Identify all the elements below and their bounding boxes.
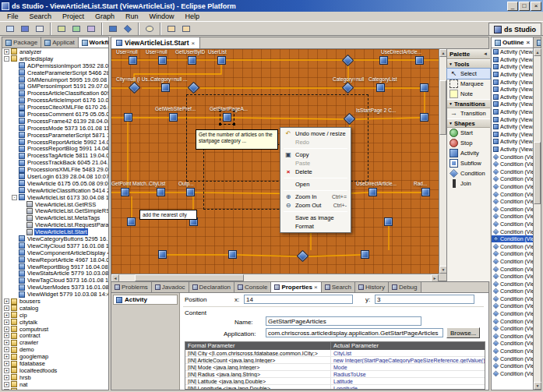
activity-node[interactable] [223, 113, 231, 122]
perspective-switcher[interactable]: ds Studio [488, 23, 541, 36]
palette-item-note[interactable]: Note [447, 89, 490, 99]
scroll-down-arrow-icon[interactable] [534, 382, 541, 390]
outline-item[interactable]: Condition (ViewArticleList.Start_Act120) [492, 288, 533, 295]
activity-node[interactable] [379, 56, 388, 65]
context-menu-item-copy[interactable]: ▣Copy [281, 150, 350, 159]
outline-item[interactable]: Activity (ViewArticleList.Start_Act97) [492, 123, 533, 131]
outline-item[interactable]: Condition (ViewArticleList.Start_Act100) [492, 250, 533, 258]
close-view-icon[interactable]: × [527, 39, 531, 46]
tree-item[interactable]: ViewArticleList.Start [2, 228, 108, 235]
tree-expander[interactable]: - [12, 195, 17, 200]
canvas-vertical-scrollbar[interactable] [439, 49, 446, 274]
outline-item[interactable]: Activity (ViewArticleList.Start_Act3) [492, 63, 533, 71]
activity-node[interactable] [169, 113, 178, 122]
context-menu-item-save-as-image[interactable]: Save as image [281, 214, 350, 222]
tree-item[interactable]: ViewArticleList.RequestParams [2, 221, 108, 228]
outline-item[interactable]: Activity (ViewArticleList.Start_Act49) [492, 86, 533, 94]
outline-item[interactable]: Activity (ViewArticleList.Start_Act42) [492, 94, 533, 101]
tree-item[interactable]: ProcessCiteoXMLFile 6170 26.03.09 1... [2, 104, 108, 111]
tree-expander[interactable]: + [4, 333, 9, 338]
outline-item[interactable]: Condition (ViewArticleList.Start_Act47) [492, 153, 533, 161]
name-input[interactable] [266, 316, 421, 326]
tree-expander[interactable]: + [4, 320, 9, 325]
activity-node[interactable] [158, 56, 167, 65]
selection-handle[interactable] [233, 123, 235, 125]
tree-item[interactable]: +nbo [2, 388, 108, 390]
context-menu-item-zoom-out[interactable]: ⊖Zoom OutCtrl+- [281, 201, 350, 210]
outline-item[interactable]: Condition (ViewArticleList.Start_Act116) [492, 280, 533, 288]
tree-item[interactable]: CreateParameterScript 5466 28.08.08 11..… [2, 69, 108, 76]
tree-expander[interactable]: + [4, 340, 9, 345]
context-menu-item-zoom-in[interactable]: ⊕Zoom InCtrl+= [281, 192, 350, 201]
activity-node[interactable] [127, 217, 136, 226]
new-wizard-button[interactable] [3, 23, 17, 35]
outline-item[interactable]: Condition (ViewArticleList.Start_Act140) [492, 325, 533, 333]
run-button[interactable] [69, 23, 83, 35]
tree-item[interactable]: ProcessTrackBack 6045 21.04.08 15... [2, 159, 108, 166]
tree-item[interactable]: ProcessReportBlog 5991 14.04.08 11... [2, 145, 108, 152]
outline-item[interactable]: Activity (ViewArticleList.Start_Act12) [492, 115, 533, 123]
activity-node[interactable] [158, 250, 167, 259]
tree-expander[interactable]: + [4, 368, 9, 373]
tree-item[interactable]: ProcessReportArticle 5992 14.04.08 15... [2, 139, 108, 146]
tab-history[interactable]: History [355, 282, 389, 292]
palette-item-stop[interactable]: Stop [447, 138, 490, 148]
activity-node[interactable] [228, 250, 237, 259]
editor-tab-viewarticleliststart[interactable]: ViewArticleList.Start × [111, 37, 200, 48]
outline-item[interactable]: Condition (ViewArticleList.Start_Act156) [492, 355, 533, 362]
tab-task-list[interactable]: Task List [534, 37, 541, 48]
tab-declaration[interactable]: Declaration [189, 282, 234, 292]
close-editor-icon[interactable]: × [192, 40, 196, 47]
tab-console[interactable]: Console [234, 282, 271, 292]
palette-item-select[interactable]: Select [447, 69, 490, 79]
palette-item-join[interactable]: Join [447, 178, 490, 189]
tree-expander[interactable]: - [4, 56, 9, 62]
menu-file[interactable]: File [2, 12, 24, 21]
close-button[interactable]: × [531, 2, 541, 11]
tree-item[interactable]: +localfeedfoods [2, 367, 108, 374]
maximize-button[interactable]: □ [519, 2, 530, 11]
tree-item[interactable]: ViewComponentArticleDisplay 4367 12... [2, 249, 108, 256]
activity-node[interactable] [415, 56, 424, 65]
tree-item[interactable]: -ViewArticleList 6173 30.04.08 15:43 nbo [2, 194, 108, 201]
activity-node[interactable] [420, 113, 428, 122]
tree-item[interactable]: ProcessArticleImport 6176 10.04.09 1... [2, 97, 108, 104]
new-condition-button[interactable] [121, 23, 135, 35]
outline-item[interactable]: Condition (ViewArticleList.Start_Act59) [492, 175, 533, 183]
new-activity-button[interactable] [106, 23, 120, 35]
x-input[interactable] [244, 295, 353, 304]
vertical-scrollbar-thumb[interactable] [439, 80, 446, 135]
activity-node[interactable] [421, 188, 430, 196]
palette-item-condition[interactable]: Condition [447, 168, 490, 178]
outline-item[interactable]: Condition (ViewArticleList.Start_Act152) [492, 348, 533, 355]
context-menu-item-format[interactable]: Format [281, 222, 350, 231]
tree-item[interactable]: +citytalk [2, 319, 108, 326]
outline-item[interactable]: Condition (ViewArticleList.Start_Act132) [492, 310, 533, 318]
tree-item[interactable]: +fdatabase [2, 360, 108, 367]
tree-item[interactable]: ProcessTagArticle 5811 19.04.08 21... [2, 152, 108, 159]
tab-outline[interactable]: Outline× [492, 37, 534, 48]
param-table-row[interactable]: [IN] Latitude <java.lang.Double>Latitude [185, 378, 485, 385]
outline-scrollbar[interactable] [533, 48, 541, 390]
menu-window[interactable]: Window [144, 12, 180, 21]
tree-item[interactable]: ProcessFrame42 6139 28.04.08 10:07... [2, 118, 108, 125]
menu-help[interactable]: Help [180, 12, 206, 21]
tree-item[interactable]: ViewReportArticle 4967 18.04.07 18... [2, 256, 108, 263]
tree-item[interactable]: +bousers [2, 298, 108, 305]
y-input[interactable] [375, 295, 474, 304]
tree-item[interactable]: ViewUserModes 5373 16.01.08 11... [2, 284, 108, 291]
tree-item[interactable]: ViewArticleList.GetRSS [2, 201, 108, 208]
outline-item[interactable]: Condition (ViewArticleList.Start_Act148) [492, 340, 533, 348]
outline-item[interactable]: Condition (ViewArticleList.Start_Act164) [492, 370, 533, 378]
forward-button[interactable] [179, 23, 193, 35]
tree-item[interactable]: ProcessParameterScript 5871 31.08... [2, 132, 108, 139]
tab-properties[interactable]: Properties× [271, 282, 321, 292]
tree-item[interactable]: +cip [2, 312, 108, 319]
activity-node[interactable] [361, 250, 369, 259]
tree-item[interactable]: +googlemap [2, 353, 108, 360]
activity-node[interactable] [420, 83, 428, 92]
activity-node[interactable] [368, 188, 377, 196]
palette-section-transitions[interactable]: ▼Transitions [447, 99, 490, 108]
external-tools-button[interactable] [84, 23, 98, 35]
tree-item[interactable]: ViewArticleList.GetSimpleRSS [2, 207, 108, 214]
